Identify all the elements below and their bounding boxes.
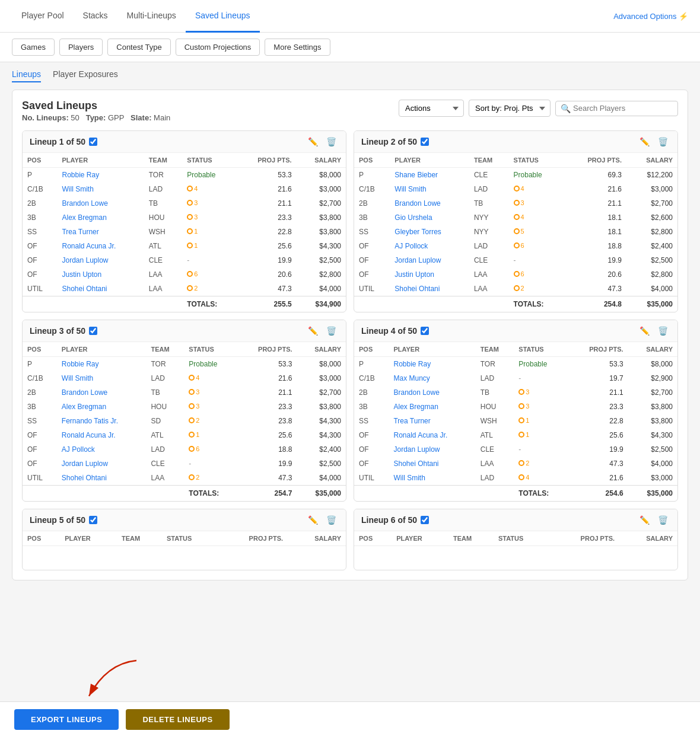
player-link[interactable]: Brandon Lowe [62,199,107,208]
player-link[interactable]: Alex Bregman [393,403,438,411]
player-cell[interactable]: Brandon Lowe [57,196,144,210]
player-cell[interactable]: Jordan Luplow [57,253,144,267]
player-link[interactable]: Gleyber Torres [394,228,441,236]
player-link[interactable]: Robbie Ray [62,360,99,368]
player-cell[interactable]: Trea Turner [389,414,475,428]
lineup-6-edit[interactable]: ✏️ [637,514,652,526]
player-link[interactable]: Shohei Ohtani [62,285,107,293]
player-link[interactable]: Jordan Luplow [393,445,440,454]
lineup-1-checkbox[interactable] [89,138,97,146]
player-link[interactable]: Alex Bregman [62,403,106,411]
player-link[interactable]: AJ Pollock [62,445,95,454]
delete-lineups-button[interactable]: DELETE LINEUPS [126,709,229,730]
actions-select[interactable]: Actions [399,100,464,117]
player-link[interactable]: Ronald Acuna Jr. [62,431,116,439]
player-cell[interactable]: Brandon Lowe [57,385,147,400]
lineup-5-checkbox[interactable] [89,516,97,524]
tab-player-exposures[interactable]: Player Exposures [53,69,118,82]
player-cell[interactable]: Will Smith [389,471,475,486]
lineup-6-checkbox[interactable] [421,516,429,524]
player-link[interactable]: Gio Urshela [394,213,432,222]
lineup-1-delete[interactable]: 🗑️ [324,136,339,148]
player-cell[interactable]: Robbie Ray [57,168,144,183]
player-cell[interactable]: Alex Bregman [57,210,144,225]
player-link[interactable]: Trea Turner [393,417,430,425]
player-cell[interactable]: Brandon Lowe [389,385,475,400]
player-cell[interactable]: AJ Pollock [57,442,147,457]
lineup-4-delete[interactable]: 🗑️ [656,325,670,337]
player-link[interactable]: Will Smith [394,185,426,193]
player-cell[interactable]: Alex Bregman [57,400,147,414]
player-cell[interactable]: Robbie Ray [389,357,475,372]
player-cell[interactable]: Trea Turner [57,225,144,239]
lineup-2-delete[interactable]: 🗑️ [656,136,670,148]
player-cell[interactable]: Justin Upton [390,267,469,282]
lineup-2-checkbox[interactable] [421,138,429,146]
player-cell[interactable]: Jordan Luplow [390,253,469,267]
player-link[interactable]: Fernando Tatis Jr. [62,417,118,425]
player-link[interactable]: Will Smith [62,185,93,193]
lineup-1-edit[interactable]: ✏️ [306,136,320,148]
player-cell[interactable]: Justin Upton [57,267,144,282]
player-cell[interactable]: Brandon Lowe [390,196,469,210]
lineup-5-edit[interactable]: ✏️ [306,514,320,526]
player-link[interactable]: Will Smith [62,374,93,382]
tab-lineups[interactable]: Lineups [12,69,41,82]
player-link[interactable]: Brandon Lowe [62,388,107,397]
player-cell[interactable]: Fernando Tatis Jr. [57,414,147,428]
nav-stacks[interactable]: Stacks [74,0,117,33]
player-cell[interactable]: Gleyber Torres [390,225,469,239]
player-cell[interactable]: Will Smith [57,182,144,196]
sort-select[interactable]: Sort by: Proj. Pts [469,100,551,117]
nav-saved-lineups[interactable]: Saved Lineups [186,0,260,33]
player-link[interactable]: Brandon Lowe [393,388,439,397]
lineup-3-checkbox[interactable] [89,327,97,335]
player-cell[interactable]: Gio Urshela [390,210,469,225]
player-link[interactable]: Will Smith [393,474,425,482]
player-link[interactable]: Alex Bregman [62,213,106,222]
subnav-custom-projections[interactable]: Custom Projections [176,39,260,56]
player-cell[interactable]: Jordan Luplow [389,442,475,457]
player-cell[interactable]: Max Muncy [389,371,475,385]
lineup-3-delete[interactable]: 🗑️ [324,325,339,337]
player-link[interactable]: Shohei Ohtani [62,474,107,482]
lineup-4-edit[interactable]: ✏️ [637,325,652,337]
player-link[interactable]: Ronald Acuna Jr. [62,242,116,250]
player-link[interactable]: Max Muncy [393,374,429,382]
lineup-5-delete[interactable]: 🗑️ [324,514,339,526]
player-cell[interactable]: Shohei Ohtani [389,457,475,471]
search-input[interactable] [573,104,673,113]
subnav-players[interactable]: Players [59,39,103,56]
subnav-games[interactable]: Games [12,39,55,56]
player-link[interactable]: Shohei Ohtani [393,460,438,468]
player-cell[interactable]: Shohei Ohtani [390,282,469,296]
subnav-contest-type[interactable]: Contest Type [107,39,170,56]
player-cell[interactable]: Shane Bieber [390,168,469,183]
subnav-more-settings[interactable]: More Settings [265,39,330,56]
player-link[interactable]: Ronald Acuna Jr. [393,431,447,439]
player-link[interactable]: Robbie Ray [62,171,99,179]
player-cell[interactable]: Alex Bregman [389,400,475,414]
lineup-6-delete[interactable]: 🗑️ [656,514,670,526]
player-link[interactable]: Justin Upton [394,270,434,279]
player-link[interactable]: AJ Pollock [394,242,428,250]
player-link[interactable]: Trea Turner [62,228,98,236]
nav-multi-lineups[interactable]: Multi-Lineups [117,0,186,33]
player-cell[interactable]: Ronald Acuna Jr. [57,239,144,253]
player-cell[interactable]: Will Smith [390,182,469,196]
player-link[interactable]: Brandon Lowe [394,199,440,208]
lineup-2-edit[interactable]: ✏️ [637,136,652,148]
player-cell[interactable]: Ronald Acuna Jr. [389,428,475,442]
player-cell[interactable]: Shohei Ohtani [57,282,144,296]
player-link[interactable]: Justin Upton [62,270,101,279]
player-link[interactable]: Jordan Luplow [62,256,108,264]
player-link[interactable]: Robbie Ray [393,360,431,368]
player-cell[interactable]: Robbie Ray [57,357,147,372]
nav-player-pool[interactable]: Player Pool [12,0,74,33]
player-cell[interactable]: Jordan Luplow [57,457,147,471]
advanced-options[interactable]: Advanced Options ⚡ [613,12,688,21]
lineup-4-checkbox[interactable] [421,327,429,335]
player-link[interactable]: Shohei Ohtani [394,285,440,293]
player-link[interactable]: Jordan Luplow [394,256,441,264]
player-cell[interactable]: Shohei Ohtani [57,471,147,486]
